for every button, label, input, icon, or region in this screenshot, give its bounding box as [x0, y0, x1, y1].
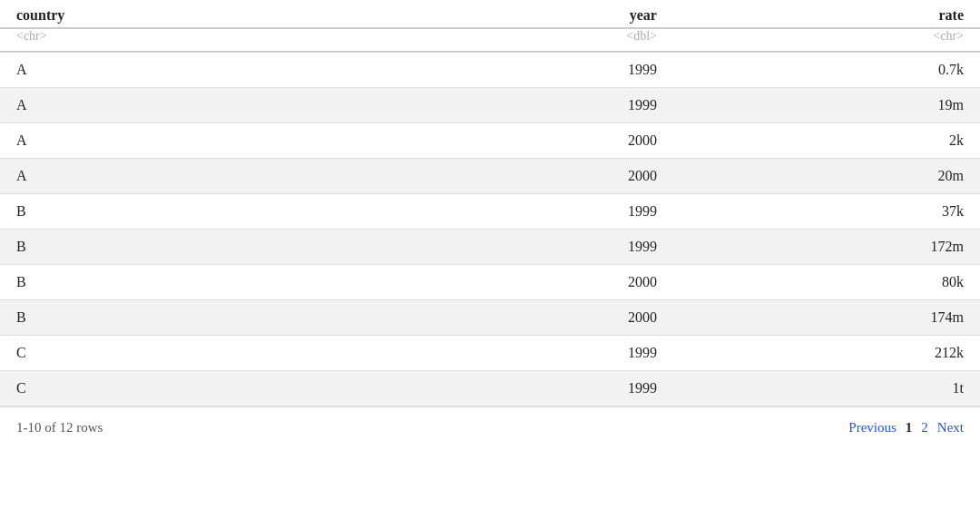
cell-country: C: [0, 371, 378, 406]
cell-country: C: [0, 336, 378, 371]
cell-rate: 0.7k: [673, 52, 980, 88]
next-button[interactable]: Next: [937, 420, 964, 436]
table-row: A200020m: [0, 159, 980, 194]
cell-rate: 20m: [673, 159, 980, 194]
header-row: country year rate: [0, 0, 980, 28]
cell-rate: 19m: [673, 88, 980, 123]
rate-header: rate: [673, 0, 980, 28]
table-row: A20002k: [0, 123, 980, 159]
current-page: 1: [906, 420, 913, 436]
cell-rate: 2k: [673, 123, 980, 159]
cell-country: B: [0, 265, 378, 300]
previous-button[interactable]: Previous: [848, 420, 897, 436]
cell-rate: 212k: [673, 336, 980, 371]
cell-year: 1999: [378, 52, 673, 88]
cell-country: A: [0, 52, 378, 88]
table-row: B199937k: [0, 194, 980, 230]
cell-year: 2000: [378, 159, 673, 194]
cell-rate: 174m: [673, 300, 980, 336]
subtype-row: <chr> <dbl> <chr>: [0, 28, 980, 52]
cell-year: 1999: [378, 336, 673, 371]
cell-rate: 1t: [673, 371, 980, 406]
cell-rate: 80k: [673, 265, 980, 300]
cell-country: A: [0, 159, 378, 194]
table-row: C19991t: [0, 371, 980, 406]
cell-year: 2000: [378, 123, 673, 159]
cell-year: 2000: [378, 300, 673, 336]
cell-rate: 37k: [673, 194, 980, 230]
table-row: B200080k: [0, 265, 980, 300]
cell-country: B: [0, 230, 378, 265]
cell-year: 1999: [378, 194, 673, 230]
cell-year: 1999: [378, 371, 673, 406]
country-header: country: [0, 0, 378, 28]
cell-country: B: [0, 300, 378, 336]
table-row: A199919m: [0, 88, 980, 123]
cell-country: A: [0, 88, 378, 123]
year-header: year: [378, 0, 673, 28]
cell-country: B: [0, 194, 378, 230]
page-2-button[interactable]: 2: [921, 420, 928, 436]
table-row: B2000174m: [0, 300, 980, 336]
row-info: 1-10 of 12 rows: [16, 420, 103, 436]
rate-subtype: <chr>: [673, 28, 980, 52]
table-row: A19990.7k: [0, 52, 980, 88]
table-footer: 1-10 of 12 rows Previous 1 2 Next: [0, 406, 980, 448]
pagination: Previous 1 2 Next: [848, 420, 964, 436]
cell-country: A: [0, 123, 378, 159]
data-table: country year rate <chr> <dbl> <chr> A199…: [0, 0, 980, 448]
table-row: B1999172m: [0, 230, 980, 265]
cell-rate: 172m: [673, 230, 980, 265]
cell-year: 1999: [378, 88, 673, 123]
cell-year: 1999: [378, 230, 673, 265]
table-row: C1999212k: [0, 336, 980, 371]
cell-year: 2000: [378, 265, 673, 300]
year-subtype: <dbl>: [378, 28, 673, 52]
country-subtype: <chr>: [0, 28, 378, 52]
